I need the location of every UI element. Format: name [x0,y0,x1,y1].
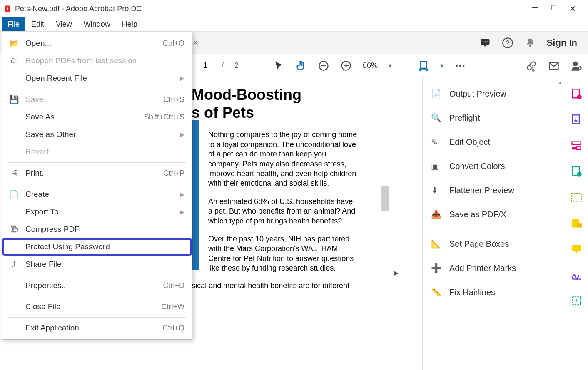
zoom-level[interactable]: 66% [363,61,378,70]
menu-protect-password[interactable]: Protect Using Password [2,238,192,256]
menu-edit[interactable]: Edit [25,17,50,31]
menu-reopen: 🗂Reopen PDFs from last session [2,52,192,70]
tool-save-pdfx[interactable]: 📥Save as PDF/X [423,202,564,226]
bell-icon[interactable] [524,37,536,49]
share-people-icon[interactable] [571,60,582,72]
select-cursor-icon[interactable] [273,60,284,72]
page-current-input[interactable] [200,61,211,70]
share-link-icon[interactable] [526,60,537,72]
hand-pan-icon[interactable] [295,60,307,72]
doc-paragraph: Nothing compares to the joy of coming ho… [208,130,358,188]
zoom-in-icon[interactable] [340,60,352,72]
svg-point-3 [486,41,488,42]
export-pdf-icon[interactable] [571,114,582,126]
sign-in-button[interactable]: Sign In [547,37,583,48]
notifications-chat-icon[interactable] [479,37,491,49]
tab-close-icon[interactable]: ✕ [192,38,199,47]
maximize-button[interactable]: ☐ [551,4,557,14]
close-window-button[interactable]: ✕ [569,4,576,14]
edit-object-icon: ✎ [431,137,442,147]
svg-rect-32 [577,223,582,227]
comment-note-icon[interactable] [571,217,582,229]
tool-convert-colors[interactable]: ▣Convert Colors [423,154,564,178]
tool-printer-marks[interactable]: ➕Add Printer Marks [423,256,564,280]
svg-rect-12 [421,61,426,68]
svg-rect-25 [572,142,581,145]
svg-rect-33 [572,245,581,251]
menu-help[interactable]: Help [116,17,143,31]
doc-paragraph: Over the past 10 years, NIH has partnere… [208,234,358,273]
fix-hairlines-icon: 📏 [431,287,442,297]
menu-save: 💾SaveCtrl+S [2,91,192,108]
submenu-arrow-icon: ▶ [180,191,184,198]
more-rail-icon[interactable]: + [571,295,582,306]
svg-point-29 [577,172,582,177]
svg-text:?: ? [506,39,509,46]
menu-print[interactable]: 🖨Print...Ctrl+P [2,164,192,182]
more-tools-icon[interactable] [454,60,466,72]
save-icon: 💾 [8,95,20,104]
menu-share-file[interactable]: ⤴Share File [2,256,192,273]
email-icon[interactable] [548,60,560,72]
window-controls: — ☐ ✕ [532,4,585,14]
svg-point-6 [529,45,531,47]
menubar: File Edit View Window Help [0,17,588,32]
create-pdf-icon[interactable]: + [571,88,582,100]
menu-save-other[interactable]: Save as Other▶ [2,126,192,143]
menu-save-as[interactable]: Save As...Shift+Ctrl+S [2,108,192,126]
page-total: 2 [234,61,239,70]
menu-revert: Revert [2,143,192,161]
tool-page-boxes[interactable]: 📐Set Page Boxes [423,232,564,256]
organize-icon[interactable] [571,140,582,151]
svg-text:+: + [574,296,578,304]
titlebar: Pets-New.pdf - Adobe Acrobat Pro DC — ☐ … [0,0,588,17]
tool-flattener[interactable]: ⬇Flattener Preview [423,178,564,202]
minimize-button[interactable]: — [532,4,538,14]
share-upload-icon: ⤴ [8,260,20,269]
menu-properties[interactable]: Properties...Ctrl+D [2,277,192,294]
menu-window[interactable]: Window [78,17,116,31]
menu-export-to[interactable]: Export To▶ [2,203,192,221]
print-icon: 🖨 [8,169,20,178]
help-icon[interactable]: ? [502,37,513,49]
comment-bubble-icon[interactable] [571,243,582,255]
certify-icon[interactable] [571,166,582,177]
fit-width-icon[interactable] [418,60,429,72]
compress-icon: 🗜 [8,225,20,234]
tool-preflight[interactable]: 🔍Preflight [423,106,564,130]
menu-open[interactable]: 📂Open...Ctrl+O [2,35,192,52]
svg-rect-30 [571,194,581,201]
save-pdfx-icon: 📥 [431,209,442,219]
menu-open-recent[interactable]: Open Recent File▶ [2,70,192,87]
menu-close-file[interactable]: Close FileCtrl+W [2,298,192,315]
doc-paragraph: An estimated 68% of U.S. households have… [208,197,358,226]
tool-fix-hairlines[interactable]: 📏Fix Hairlines [423,280,564,304]
panel-collapse-icon[interactable]: ▶ [394,269,399,279]
zoom-dropdown-icon[interactable]: ▾ [389,62,392,70]
vertical-scrollbar[interactable] [381,186,389,211]
menu-exit[interactable]: Exit ApplicationCtrl+Q [2,319,192,337]
svg-rect-26 [572,147,576,149]
right-icon-rail: + + [564,77,588,370]
svg-point-14 [459,65,461,67]
tool-output-preview[interactable]: 📄Output Preview [423,82,564,106]
menu-compress[interactable]: 🗜Compress PDF [2,221,192,238]
printer-marks-icon: ➕ [431,263,442,273]
reopen-icon: 🗂 [8,56,20,65]
sign-icon[interactable] [571,269,582,281]
svg-point-13 [456,65,458,67]
output-preview-icon: 📄 [431,89,442,99]
submenu-arrow-icon: ▶ [180,209,184,215]
panel-scroll-up-icon[interactable]: ▲ [557,80,563,87]
menu-view[interactable]: View [50,17,78,31]
svg-point-1 [482,41,483,42]
convert-colors-icon: ▣ [431,161,442,171]
redact-icon[interactable] [571,191,582,203]
tool-edit-object[interactable]: ✎Edit Object [423,130,564,154]
page-boxes-icon: 📐 [431,239,442,249]
zoom-out-icon[interactable] [318,60,329,72]
menu-file[interactable]: File [2,17,25,31]
menu-create[interactable]: 📄Create▶ [2,186,192,203]
fit-dropdown-icon[interactable]: ▾ [440,62,443,70]
flattener-icon: ⬇ [431,185,442,195]
